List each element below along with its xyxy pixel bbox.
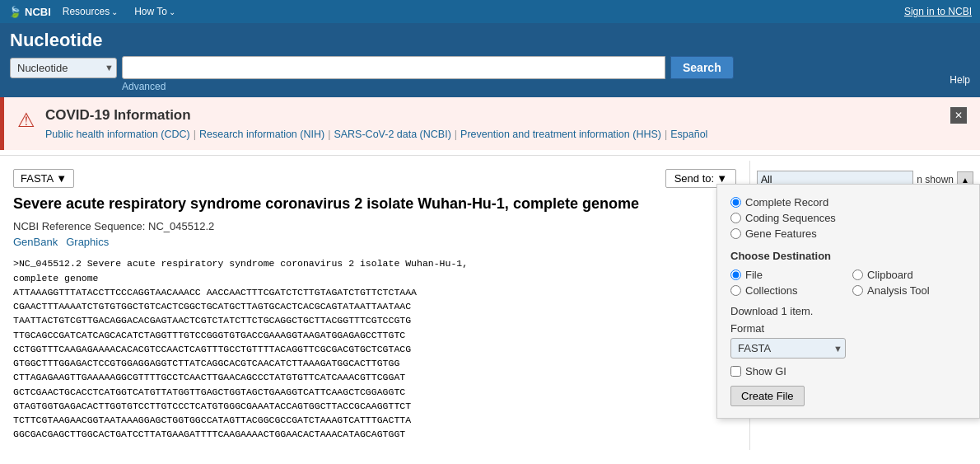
download-info: Download 1 item. [730,305,966,317]
ncbi-sars-link[interactable]: SARS-CoV-2 data (NCBI) [334,129,450,140]
send-complete-radio[interactable] [730,197,741,208]
send-to-dropdown: Complete Record Coding Sequences Gene Fe… [716,184,980,419]
send-to-label: Send to: [674,172,714,185]
format-select[interactable]: FASTA GenBank XML FASTA+GAP [730,338,846,359]
search-button[interactable]: Search [670,56,734,79]
right-panel: All Selected n shown ▲ FASTA GenBank Gra… [749,161,980,450]
sep1: | [194,129,196,140]
leaf-icon: 🍃 [8,6,21,18]
sequence-block: >NC_045512.2 Severe acute respiratory sy… [13,256,736,441]
covid-content: COVID-19 Information Public health infor… [45,107,940,140]
send-coding-radio[interactable] [730,213,741,223]
help-link[interactable]: Help [950,74,970,86]
send-options-group: Complete Record Coding Sequences Gene Fe… [730,196,966,240]
create-file-button[interactable]: Create File [730,386,805,406]
dest-file[interactable]: File [730,269,844,281]
send-to-chevron-icon: ▼ [716,172,727,185]
cdc-link[interactable]: Public health information (CDC) [45,129,190,140]
resources-menu[interactable]: Resources ⌄ [58,4,123,19]
howto-label: How To [134,6,167,17]
destination-grid: File Clipboard Collections Analysis Tool [730,269,966,297]
dest-clipboard-radio[interactable] [852,269,863,280]
record-links: GenBank Graphics [13,236,736,248]
main-content: FASTA ▼ Send to: ▼ Severe acute respirat… [0,161,980,450]
destination-title: Choose Destination [730,250,966,262]
format-label: Format [730,322,966,335]
search-area: Nucleotide Nucleotide Gene Genome Protei… [0,23,980,97]
page-title: Nucleotide [10,30,102,51]
covid-title: COVID-19 Information [45,107,940,124]
dest-collections[interactable]: Collections [730,284,844,297]
ncbi-logo-text: NCBI [25,6,51,18]
left-panel: FASTA ▼ Send to: ▼ Severe acute respirat… [0,161,749,450]
covid-close-button[interactable]: ✕ [950,107,967,124]
sep4: | [665,129,667,140]
dest-analysis-radio[interactable] [852,285,863,296]
hhs-link[interactable]: Prevention and treatment information (HH… [460,129,661,140]
search-title-row: Nucleotide [10,30,970,51]
send-option-gene[interactable]: Gene Features [730,227,966,240]
howto-menu[interactable]: How To ⌄ [129,4,180,19]
db-select-wrapper: Nucleotide Gene Genome Protein PubMed SN… [10,58,117,78]
warning-icon: ⚠ [17,109,35,132]
dest-collections-radio[interactable] [730,285,741,296]
howto-chevron-icon: ⌄ [169,7,175,16]
main-divider [0,155,980,156]
dest-clipboard-label: Clipboard [867,269,913,281]
fasta-button[interactable]: FASTA ▼ [13,169,74,188]
dest-file-radio[interactable] [730,269,741,280]
espanol-link[interactable]: Español [670,129,707,140]
show-gi-label: Show GI [745,365,786,377]
record-accession: NCBI Reference Sequence: NC_045512.2 [13,220,736,232]
search-row: Nucleotide Gene Genome Protein PubMed SN… [10,56,970,79]
graphics-link[interactable]: Graphics [66,236,109,248]
send-gene-label: Gene Features [745,227,817,240]
covid-links: Public health information (CDC) | Resear… [45,129,940,140]
resources-chevron-icon: ⌄ [111,7,118,16]
dest-collections-label: Collections [745,284,798,297]
nav-left: 🍃 NCBI Resources ⌄ How To ⌄ [8,4,180,19]
sign-in-link[interactable]: Sign in to NCBI [904,6,972,17]
resources-label: Resources [63,6,110,17]
send-gene-radio[interactable] [730,228,741,239]
show-gi-row: Show GI [730,365,966,377]
fasta-toolbar: FASTA ▼ Send to: ▼ [13,169,736,188]
sep3: | [455,129,457,140]
top-navigation: 🍃 NCBI Resources ⌄ How To ⌄ Sign in to N… [0,0,980,23]
dest-file-label: File [745,269,763,281]
send-complete-label: Complete Record [745,196,828,209]
send-option-complete[interactable]: Complete Record [730,196,966,209]
covid-banner: ⚠ COVID-19 Information Public health inf… [0,97,980,150]
sep2: | [328,129,330,140]
fasta-label: FASTA [21,172,54,185]
format-select-wrapper: FASTA GenBank XML FASTA+GAP ▼ [730,338,846,359]
search-input[interactable] [122,56,665,79]
database-select[interactable]: Nucleotide Gene Genome Protein PubMed SN… [10,58,117,78]
nih-link[interactable]: Research information (NIH) [199,129,324,140]
dest-analysis-label: Analysis Tool [867,284,930,297]
ncbi-logo[interactable]: 🍃 NCBI [8,6,51,18]
send-option-coding[interactable]: Coding Sequences [730,212,966,224]
genbank-link[interactable]: GenBank [13,236,58,248]
record-title: Severe acute respiratory syndrome corona… [13,195,736,213]
send-coding-label: Coding Sequences [745,212,836,224]
advanced-link[interactable]: Advanced [122,81,970,97]
show-gi-checkbox[interactable] [730,366,741,377]
dest-analysis[interactable]: Analysis Tool [852,284,966,297]
dest-clipboard[interactable]: Clipboard [852,269,966,281]
fasta-chevron-icon: ▼ [56,172,67,185]
